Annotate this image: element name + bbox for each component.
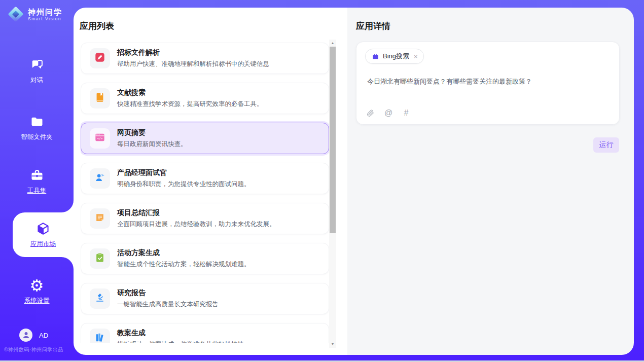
app-card[interactable]: </> 网页摘要 每日政府新闻资讯快查。 [81, 123, 329, 154]
briefcase-icon [372, 53, 379, 60]
app-card-title: 招标文件解析 [117, 48, 269, 57]
user-account[interactable]: AD [19, 329, 48, 342]
note-icon [94, 212, 105, 225]
user-initials: AD [39, 332, 48, 339]
app-card-title: 网页摘要 [117, 128, 187, 137]
app-icon-tile [90, 248, 110, 269]
folder-icon [29, 114, 45, 129]
app-card[interactable]: 招标文件解析 帮助用户快速、准确地理解和解析招标书中的关键信息 [81, 43, 329, 74]
run-button[interactable]: 运行 [593, 137, 619, 153]
prompt-card: Bing搜索 × 今日湖北有哪些新闻要点？有哪些需要关注的最新政策？ @# [356, 42, 620, 125]
toolbox-icon [29, 168, 45, 183]
app-card[interactable]: 研究报告 一键智能生成高质量长文本研究报告 [81, 283, 329, 314]
app-card-desc: 明确身份和职责，为您提供专业性的面试问题。 [117, 180, 251, 189]
app-card[interactable]: 活动方案生成 智能生成个性化活动方案，轻松解决规划难题。 [81, 243, 329, 274]
avatar[interactable] [19, 329, 32, 342]
app-card-title: 文献搜索 [117, 88, 263, 97]
chat-icon [29, 57, 45, 73]
app-card-title: 教案生成 [117, 329, 244, 338]
app-card-desc: 全面回顾项目进展，总结经验教训，助力未来优化发展。 [117, 220, 276, 229]
sidebar-item-label: 工具集 [27, 187, 47, 195]
scroll-up-icon[interactable]: ▲ [329, 40, 336, 47]
app-card-title: 研究报告 [117, 288, 219, 298]
book-icon [94, 92, 105, 105]
app-card[interactable]: 项目总结汇报 全面回顾项目进展，总结经验教训，助力未来优化发展。 [81, 203, 329, 234]
interview-icon [94, 172, 105, 185]
active-tab-curve-top [61, 200, 74, 212]
app-icon-tile [90, 48, 110, 68]
gear-icon: ⚙ [29, 278, 45, 293]
active-tab-curve-bottom [61, 257, 74, 269]
app-card-desc: 模板驱动，教案速成，教学准备从此轻松快捷 [117, 340, 244, 343]
sidebar-item-label: 对话 [30, 76, 43, 85]
brand-logo: 神州问学 Smart Vision [8, 7, 62, 22]
scrollbar-thumb[interactable] [330, 47, 336, 233]
report-icon [94, 292, 105, 305]
hash-icon[interactable]: # [402, 108, 411, 118]
app-card[interactable]: 文献搜索 快速精准查找学术资源，提高研究效率的必备工具。 [81, 83, 329, 114]
paperclip-icon[interactable] [366, 108, 375, 118]
app-card[interactable]: 教案生成 模板驱动，教案速成，教学准备从此轻松快捷 [81, 323, 329, 343]
app-icon-tile [90, 88, 110, 108]
lesson-icon [94, 332, 105, 343]
sidebar-item-gear[interactable]: ⚙ 系统设置 [0, 271, 74, 312]
scrollbar[interactable]: ▲ ▼ [329, 40, 336, 348]
app-list-title: 应用列表 [80, 20, 114, 32]
app-card-desc: 快速精准查找学术资源，提高研究效率的必备工具。 [117, 100, 263, 108]
query-input[interactable]: 今日湖北有哪些新闻要点？有哪些需要关注的最新政策？ [367, 77, 609, 86]
tool-chip-bing-search[interactable]: Bing搜索 × [365, 49, 424, 64]
at-icon[interactable]: @ [384, 108, 393, 118]
app-card-title: 项目总结汇报 [117, 208, 276, 218]
tool-chip-label: Bing搜索 [383, 52, 409, 61]
app-icon-tile: </> [90, 128, 110, 149]
app-detail-panel: 应用详情 Bing搜索 × 今日湖北有哪些新闻要点？有哪些需要关注的最新政策？ … [347, 8, 634, 355]
close-icon[interactable]: × [414, 53, 418, 60]
sidebar-item-chat[interactable]: 对话 [0, 51, 74, 91]
app-icon-tile [90, 329, 110, 343]
app-icon-tile [90, 208, 110, 229]
sidebar-item-folder[interactable]: 智能文件夹 [0, 107, 74, 148]
sidebar-item-toolbox[interactable]: 工具集 [0, 161, 74, 202]
svg-text:</>: </> [97, 136, 103, 140]
brand-name: 神州问学 [28, 8, 62, 16]
sidebar-item-cube[interactable]: 应用市场 [13, 212, 74, 257]
app-card-desc: 一键智能生成高质量长文本研究报告 [117, 300, 219, 309]
app-card-desc: 智能生成个性化活动方案，轻松解决规划难题。 [117, 260, 251, 269]
user-avatar-icon [22, 329, 30, 341]
plan-icon [94, 252, 105, 265]
sidebar-item-label: 智能文件夹 [21, 133, 53, 141]
input-toolbar: @# [366, 108, 411, 118]
scroll-down-icon[interactable]: ▼ [329, 341, 336, 348]
app-list-panel: 应用列表 招标文件解析 帮助用户快速、准确地理解和解析招标书中的关键信息 文献搜… [74, 8, 347, 355]
sidebar-item-label: 系统设置 [24, 297, 50, 305]
sidebar-item-label: 应用市场 [30, 240, 56, 248]
web-icon: </> [94, 132, 105, 145]
app-card[interactable]: 产品经理面试官 明确身份和职责，为您提供专业性的面试问题。 [81, 163, 329, 194]
sidebar: 神州问学 Smart Vision 对话 智能文件夹 工具集 应用市场 ⚙ 系统… [0, 0, 74, 360]
app-card-desc: 每日政府新闻资讯快查。 [117, 140, 187, 149]
app-detail-title: 应用详情 [356, 20, 390, 32]
app-icon-tile [90, 168, 110, 189]
brand-tagline: Smart Vision [28, 16, 62, 21]
app-card-list: 招标文件解析 帮助用户快速、准确地理解和解析招标书中的关键信息 文献搜索 快速精… [81, 43, 329, 343]
app-card-title: 活动方案生成 [117, 248, 251, 258]
cube-icon [35, 221, 51, 236]
app-card-title: 产品经理面试官 [117, 168, 251, 177]
app-card-desc: 帮助用户快速、准确地理解和解析招标书中的关键信息 [117, 60, 269, 68]
copyright-text: ©神州数码·神州问学出品 [4, 346, 75, 353]
app-icon-tile [90, 288, 110, 309]
gem-logo-icon [8, 7, 23, 22]
edit-icon [94, 52, 105, 65]
content-area: 应用列表 招标文件解析 帮助用户快速、准确地理解和解析招标书中的关键信息 文献搜… [74, 8, 634, 355]
